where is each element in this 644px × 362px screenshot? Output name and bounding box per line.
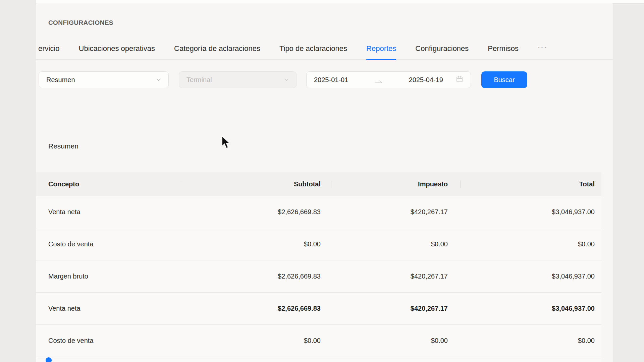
top-toolbar-edge [36,0,644,3]
row-subtotal: $0.00 [182,337,331,345]
summary-section-title: Resumen [48,142,78,150]
row-subtotal: $2,626,669.83 [182,208,331,216]
tab-ubicaciones-operativas[interactable]: Ubicaciones operativas [79,38,155,60]
row-total: $3,046,937.00 [460,273,601,280]
row-concepto: Costo de venta [36,240,182,248]
table-header-row: Concepto Subtotal Impuesto Total [36,172,601,196]
tab-permisos[interactable]: Permisos [488,38,519,60]
tab-configuraciones[interactable]: Configuraciones [415,38,469,60]
terminal-select[interactable]: Terminal [179,71,297,88]
row-impuesto: $0.00 [331,337,460,345]
tab-tipo-de-aclaraciones[interactable]: Tipo de aclaraciones [279,38,347,60]
start-date-input[interactable]: 2025-01-01 [314,76,348,84]
row-concepto: Costo de venta [36,337,182,345]
tab-bar: ervicio Ubicaciones operativas Categoría… [36,38,613,60]
reports-page: CONFIGURACIONES ervicio Ubicaciones oper… [0,0,644,362]
report-type-value: Resumen [46,76,75,84]
row-concepto: Venta neta [36,305,182,312]
row-subtotal: $0.00 [182,240,331,248]
row-impuesto: $0.00 [331,240,460,248]
tab-reportes[interactable]: Reportes [366,38,396,60]
table-row: Costo de venta $0.00 $0.00 $0.00 [36,324,601,357]
table-row: Margen bruto $2,626,669.83 $420,267.17 $… [36,260,601,292]
column-header-total: Total [460,172,601,196]
buscar-button[interactable]: Buscar [481,71,527,88]
summary-table: Concepto Subtotal Impuesto Total Venta n… [36,172,601,362]
column-header-subtotal: Subtotal [182,172,331,196]
row-subtotal: $2,626,669.83 [182,273,331,280]
row-total: $3,046,937.00 [460,305,601,312]
calendar-icon [456,75,463,84]
chevron-down-icon [283,77,289,83]
row-concepto: Venta neta [36,208,182,216]
column-header-concepto: Concepto [36,172,182,196]
swap-right-icon [348,76,409,84]
row-total: $0.00 [460,240,601,248]
report-type-select[interactable]: Resumen [39,71,169,88]
tab-servicio[interactable]: ervicio [38,38,60,60]
row-subtotal: $2,626,669.83 [182,305,331,312]
table-row: Venta neta $2,626,669.83 $420,267.17 $3,… [36,196,601,228]
row-total: $0.00 [460,337,601,345]
date-range-picker[interactable]: 2025-01-01 2025-04-19 [306,71,471,88]
row-impuesto: $420,267.17 [331,305,460,312]
tabs-overflow-icon[interactable]: ··· [538,43,547,54]
tab-categoria-de-aclaraciones[interactable]: Categoría de aclaraciones [174,38,260,60]
row-impuesto: $420,267.17 [331,208,460,216]
table-next-row-stub [36,357,601,362]
terminal-placeholder: Terminal [186,76,212,84]
table-row: Venta neta $2,626,669.83 $420,267.17 $3,… [36,292,601,324]
floating-action-button-peek[interactable] [46,357,52,362]
row-concepto: Margen bruto [36,273,182,280]
end-date-input[interactable]: 2025-04-19 [409,76,443,84]
column-header-impuesto: Impuesto [331,172,460,196]
row-total: $3,046,937.00 [460,208,601,216]
page-title: CONFIGURACIONES [48,19,113,26]
chevron-down-icon [156,77,162,83]
table-row: Costo de venta $0.00 $0.00 $0.00 [36,228,601,260]
row-impuesto: $420,267.17 [331,273,460,280]
